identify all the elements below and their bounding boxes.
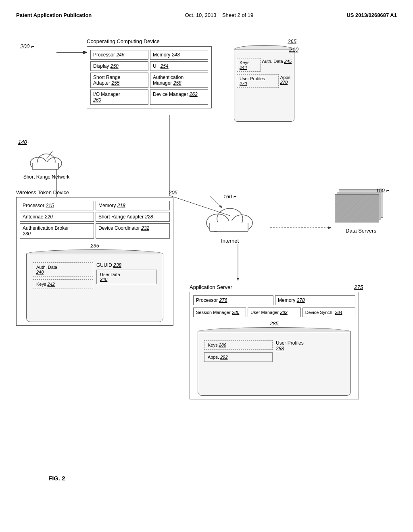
as-memory: Memory 278 [275, 295, 355, 305]
figure-label: FIG. 2 [48, 475, 65, 482]
as-cylinder: 285 Keys 286 Apps. 292 [193, 320, 355, 396]
data-servers-section: Data Servers 150 ⌐ [331, 189, 391, 234]
as-apps: Apps. 292 [204, 352, 273, 362]
wtd-keys: Keys 242 [33, 279, 93, 289]
wtd-user-data: User Data240 [96, 270, 157, 284]
header-center: Oct. 10, 2013 Sheet 2 of 19 [185, 12, 253, 18]
as-session-mgr: Session Manager 280 [193, 308, 246, 317]
server-pattern [335, 194, 379, 222]
wtd-auth-data: Auth. Data240 [33, 262, 93, 277]
svg-rect-13 [32, 163, 58, 169]
wtd-processor: Processor 215 [20, 201, 94, 210]
wtd-auth-broker: Authentication Broker230 [20, 223, 94, 239]
wtd-box: Processor 215 Memory 218 Antennae 220 Sh… [16, 197, 173, 326]
svg-rect-21 [210, 223, 248, 231]
ccd-memory: Memory 248 [150, 50, 208, 60]
ccd-display: Display 250 [90, 61, 148, 71]
as-title: Application Server [190, 284, 232, 290]
short-range-network: Short Range Network [20, 147, 73, 180]
cloud-icon [26, 147, 67, 173]
svg-rect-26 [335, 194, 379, 222]
ccd-io-mgr: I/O Manager260 [90, 89, 148, 105]
internet-label: Internet [194, 238, 266, 244]
wtd-device-coord: Device Coordinator 232 [96, 223, 170, 239]
wtd-guuid: GUUID 238 [96, 262, 157, 268]
ccd-user-profiles: User Profiles270 [237, 74, 279, 88]
as-user-profiles: User Profiles288 [276, 340, 344, 351]
data-servers-label: Data Servers [331, 228, 391, 234]
label-200: 200 ⌐ [20, 43, 34, 50]
wtd-antennae: Antennae 220 [20, 212, 94, 222]
wtd-section: Wireless Token Device 205 Processor 215 … [16, 189, 177, 326]
wtd-id: 205 [169, 189, 177, 195]
wtd-short-range: Short Range Adapter 228 [96, 212, 170, 222]
wtd-title: Wireless Token Device [16, 189, 69, 195]
as-user-mgr: User Manager 282 [248, 308, 300, 317]
as-keys: Keys 286 [204, 340, 273, 350]
as-device-synch: Device Synch. 284 [302, 308, 355, 317]
app-server-section: Application Server 275 Processor 276 Mem… [190, 284, 363, 399]
ccd-title: Cooperating Computing Device [87, 38, 160, 44]
ccd-id: 210 [289, 46, 298, 53]
ccd-device-mgr: Device Manager 262 [150, 89, 208, 105]
page-header: Patent Application Publication Oct. 10, … [16, 8, 397, 18]
header-right: US 2013/0268687 A1 [346, 12, 397, 18]
ccd-box: Processor 246 Memory 248 Display 250 UI … [87, 46, 212, 108]
as-box: Processor 276 Memory 278 Session Manager… [190, 292, 359, 399]
header-left: Patent Application Publication [16, 12, 92, 18]
ccd-section: Cooperating Computing Device Processor 2… [87, 38, 296, 122]
internet-cloud-icon [202, 201, 258, 237]
page: Patent Application Publication Oct. 10, … [0, 0, 413, 532]
as-processor: Processor 276 [193, 295, 273, 305]
ccd-auth-data-label: Auth. Data 245 [262, 58, 292, 72]
ccd-ui: UI 254 [150, 61, 208, 71]
wtd-cylinder: 235 Auth. Data240 Keys [20, 243, 170, 322]
ccd-keys: Keys244 [237, 58, 261, 72]
ccd-auth-mgr: Authentication Manager 258 [150, 73, 208, 88]
ccd-processor: Processor 246 [90, 50, 148, 60]
internet-section: 160 ⌐ Internet [194, 193, 266, 244]
data-servers-id: 150 ⌐ [376, 187, 389, 193]
srn-label-140: 140 ⌐ [18, 139, 31, 145]
ccd-apps-label: Apps.270 [280, 74, 292, 88]
wtd-memory: Memory 218 [96, 201, 170, 210]
ccd-cylinder: 265 Keys244 [234, 38, 296, 122]
as-id: 275 [354, 284, 363, 290]
ccd-short-range: Short Range Adapter 255 [90, 73, 148, 88]
